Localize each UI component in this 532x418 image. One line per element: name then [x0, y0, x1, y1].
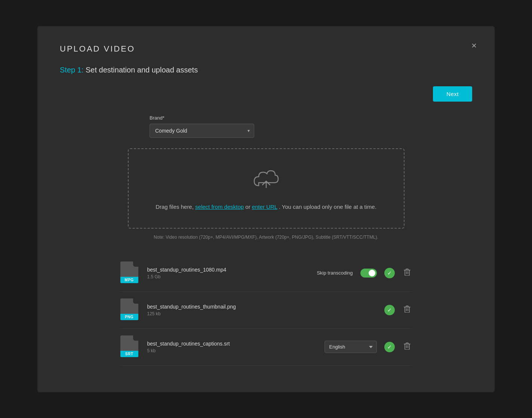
or-text: or — [245, 204, 252, 210]
file-delete-button[interactable] — [402, 341, 412, 353]
language-select[interactable]: English Spanish French German — [325, 341, 377, 353]
file-name: best_standup_routines_captions.srt — [147, 341, 325, 347]
next-btn-row: Next — [60, 86, 472, 102]
drag-text: Drag files here, — [156, 204, 195, 210]
modal-title: UPLOAD VIDEO — [60, 44, 472, 54]
next-button[interactable]: Next — [433, 86, 472, 102]
file-check-icon: ✓ — [384, 305, 395, 315]
file-icon-png: PNG — [120, 298, 140, 322]
file-actions: ✓ — [384, 304, 412, 316]
file-info: best_standup_routines_thumbnail.png 125 … — [147, 304, 384, 316]
file-delete-button[interactable] — [402, 267, 412, 279]
file-check-icon: ✓ — [384, 268, 395, 278]
file-size: 5 kb — [147, 348, 325, 353]
brand-field-label: Brand* — [150, 115, 472, 121]
file-badge-png: PNG — [120, 314, 138, 320]
step-heading: Step 1: Set destination and upload asset… — [60, 66, 472, 74]
brand-select[interactable]: Comedy Gold Brand 2 Brand 3 — [150, 124, 254, 138]
file-delete-button[interactable] — [402, 304, 412, 316]
table-row: SRT best_standup_routines_captions.srt 5… — [120, 329, 412, 366]
table-row: MPG best_standup_routines_1080.mp4 1.5 G… — [120, 255, 412, 292]
upload-note: Note: Video resolution (720p+, MP4/AVI/M… — [60, 235, 472, 240]
skip-transcoding-label: Skip transcoding — [317, 270, 353, 276]
file-list: MPG best_standup_routines_1080.mp4 1.5 G… — [120, 255, 412, 366]
select-from-desktop-link[interactable]: select from desktop — [195, 204, 244, 210]
upload-cloud-icon — [138, 167, 395, 195]
table-row: PNG best_standup_routines_thumbnail.png … — [120, 292, 412, 329]
upload-instructions: Drag files here, select from desktop or … — [138, 204, 395, 210]
file-info: best_standup_routines_captions.srt 5 kb — [147, 341, 325, 353]
step-label: Step 1: — [60, 66, 83, 74]
file-info: best_standup_routines_1080.mp4 1.5 Gb — [147, 267, 317, 279]
file-actions: English Spanish French German ✓ — [325, 341, 412, 353]
file-icon-srt: SRT — [120, 335, 140, 359]
one-file-text: . You can upload only one file at a time… — [279, 204, 376, 210]
skip-transcoding-toggle[interactable] — [360, 269, 377, 278]
file-badge-srt: SRT — [120, 351, 138, 357]
upload-video-modal: UPLOAD VIDEO × Step 1: Set destination a… — [37, 26, 495, 392]
file-badge-mpg: MPG — [120, 277, 138, 283]
upload-dropzone[interactable]: Drag files here, select from desktop or … — [128, 148, 405, 229]
file-size: 125 kb — [147, 311, 384, 316]
brand-select-wrapper: Comedy Gold Brand 2 Brand 3 ▾ — [150, 124, 254, 138]
brand-section: Brand* Comedy Gold Brand 2 Brand 3 ▾ — [150, 115, 472, 138]
file-size: 1.5 Gb — [147, 274, 317, 279]
file-icon-mpg: MPG — [120, 261, 140, 285]
file-actions: Skip transcoding ✓ — [317, 267, 412, 279]
file-name: best_standup_routines_thumbnail.png — [147, 304, 384, 310]
file-name: best_standup_routines_1080.mp4 — [147, 267, 317, 273]
language-select-wrapper: English Spanish French German — [325, 341, 377, 353]
step-description: Set destination and upload assets — [86, 66, 198, 74]
close-button[interactable]: × — [471, 41, 477, 50]
enter-url-link[interactable]: enter URL — [252, 204, 277, 210]
file-check-icon: ✓ — [384, 342, 395, 352]
cloud-upload-svg — [251, 167, 281, 193]
